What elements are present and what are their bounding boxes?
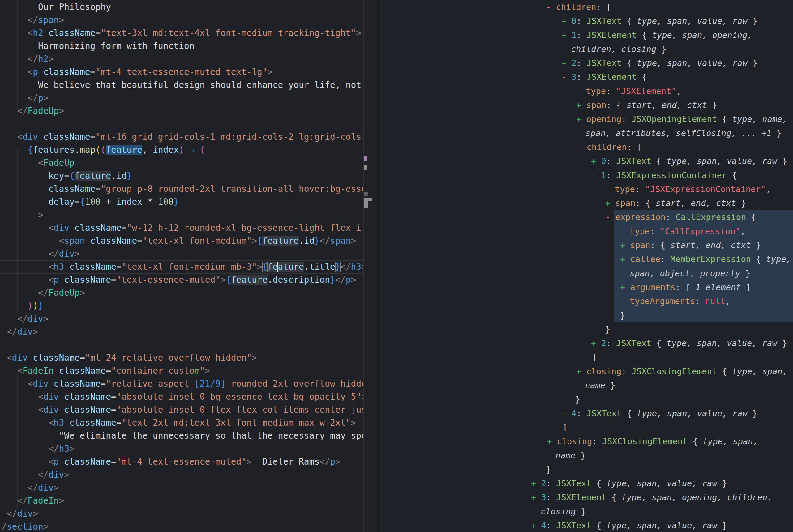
ast-line[interactable]: + arguments: [ 1 element ] bbox=[379, 280, 793, 294]
code-line[interactable]: <h3 className="text-2xl md:text-3xl font… bbox=[2, 416, 363, 429]
ast-line[interactable]: - expression: CallExpression { bbox=[379, 210, 793, 224]
code-line[interactable]: </FadeIn> bbox=[2, 494, 363, 507]
expand-icon[interactable]: + bbox=[561, 30, 572, 40]
expand-icon[interactable]: + bbox=[620, 282, 630, 292]
code-line[interactable]: /section> bbox=[2, 520, 363, 532]
code-line[interactable]: </p> bbox=[2, 92, 363, 104]
ast-line[interactable]: + span: { start, end, ctxt } bbox=[379, 98, 793, 112]
code-line[interactable]: <p className="mt-4 text-essence-muted">—… bbox=[2, 455, 363, 468]
code-line[interactable]: </div> bbox=[2, 468, 363, 481]
code-line[interactable]: </h2> bbox=[2, 53, 363, 65]
code-line[interactable]: <div className="relative aspect-[21/9] r… bbox=[2, 377, 363, 390]
ast-line[interactable]: + 1: JSXElement { type, span, opening, bbox=[379, 28, 793, 42]
code-line[interactable]: <h3 className="text-xl font-medium mb-3"… bbox=[2, 261, 363, 273]
expand-icon[interactable]: + bbox=[591, 156, 601, 166]
collapse-icon[interactable]: - bbox=[546, 2, 556, 12]
expand-icon[interactable]: + bbox=[576, 114, 586, 124]
ast-line[interactable]: name } bbox=[379, 378, 793, 392]
code-line[interactable]: </h3> bbox=[2, 442, 363, 455]
ast-line[interactable]: + 3: JSXElement { type, span, opening, c… bbox=[379, 490, 793, 504]
code-line[interactable]: <div className="absolute inset-0 bg-esse… bbox=[2, 390, 363, 403]
ast-line[interactable]: type: "JSXExpressionContainer", bbox=[379, 182, 793, 196]
ast-line[interactable]: } bbox=[379, 392, 793, 406]
code-line[interactable]: We believe that beautiful design should … bbox=[2, 79, 363, 92]
expand-icon[interactable]: + bbox=[576, 100, 586, 110]
collapse-icon[interactable]: - bbox=[591, 170, 601, 180]
code-line[interactable]: <span className="text-xl font-medium">{f… bbox=[2, 234, 363, 247]
code-line[interactable]: <div className="absolute inset-0 flex fl… bbox=[2, 403, 363, 416]
expand-icon[interactable]: + bbox=[547, 436, 557, 446]
expand-icon[interactable]: + bbox=[576, 366, 586, 376]
collapse-icon[interactable]: - bbox=[577, 142, 587, 152]
expand-icon[interactable]: + bbox=[605, 198, 616, 208]
code-line[interactable]: key={feature.id} bbox=[2, 170, 363, 183]
code-line[interactable]: </div> bbox=[2, 247, 363, 261]
ast-line[interactable]: name } bbox=[379, 449, 793, 462]
code-line[interactable]: </FadeUp> bbox=[2, 104, 363, 117]
expand-icon[interactable]: + bbox=[591, 338, 601, 348]
code-line[interactable]: "We eliminate the unnecessary so that th… bbox=[2, 429, 363, 442]
ast-line[interactable]: + closing: JSXClosingElement { type, spa… bbox=[379, 364, 793, 378]
code-line[interactable] bbox=[2, 117, 363, 131]
expand-icon[interactable]: + bbox=[531, 478, 541, 488]
code-line[interactable]: delay={100 + index * 100} bbox=[2, 195, 363, 208]
ast-line[interactable]: + closing: JSXClosingElement { type, spa… bbox=[379, 434, 793, 448]
code-line[interactable]: </div> bbox=[2, 325, 363, 338]
ast-line[interactable]: + 2: JSXText { type, span, value, raw } bbox=[379, 336, 793, 350]
ast-line[interactable]: span, attributes, selfClosing, ... +1 } bbox=[379, 126, 793, 140]
ast-line[interactable]: } bbox=[379, 322, 793, 336]
expand-icon[interactable]: + bbox=[561, 16, 572, 26]
code-line[interactable]: className="group p-8 rounded-2xl transit… bbox=[2, 183, 363, 195]
ast-line[interactable]: span, object, property } bbox=[379, 266, 793, 280]
code-line[interactable]: Our Philosophy bbox=[2, 1, 363, 14]
expand-icon[interactable]: + bbox=[561, 408, 572, 418]
code-line[interactable]: Harmonizing form with function bbox=[2, 40, 363, 53]
ast-line[interactable]: type: "CallExpression", bbox=[379, 224, 793, 238]
ast-line[interactable]: typeArguments: null, bbox=[379, 294, 793, 308]
code-line[interactable]: {features.map((feature, index) ⇒ ( bbox=[2, 144, 363, 156]
ast-line[interactable]: } bbox=[379, 462, 793, 476]
expand-icon[interactable]: + bbox=[531, 492, 541, 502]
ast-line[interactable]: + span: { start, end, ctxt } bbox=[379, 238, 793, 252]
ast-line[interactable]: } bbox=[379, 308, 793, 322]
ast-line[interactable]: - 1: JSXExpressionContainer { bbox=[379, 168, 793, 182]
code-line[interactable]: <p className="mt-4 text-essence-muted te… bbox=[2, 65, 363, 79]
ast-line[interactable]: ] bbox=[379, 420, 793, 434]
ast-line[interactable]: + 0: JSXText { type, span, value, raw } bbox=[379, 14, 793, 28]
code-line[interactable]: </FadeUp> bbox=[2, 286, 363, 299]
expand-icon[interactable]: + bbox=[620, 240, 630, 250]
ast-line[interactable]: - children: [ bbox=[379, 140, 793, 154]
ast-line[interactable]: + span: { start, end, ctxt } bbox=[379, 196, 793, 210]
ast-line[interactable]: children, closing } bbox=[379, 42, 793, 56]
code-line[interactable]: > bbox=[2, 208, 363, 222]
code-line[interactable]: <h2 className="text-3xl md:text-4xl font… bbox=[2, 26, 363, 40]
ast-line[interactable]: + 4: JSXText { type, span, value, raw } bbox=[379, 406, 793, 420]
code-line[interactable]: <FadeIn className="container-custom"> bbox=[2, 364, 363, 377]
ast-line[interactable]: + opening: JSXOpeningElement { type, nam… bbox=[379, 112, 793, 126]
collapse-icon[interactable]: - bbox=[561, 72, 572, 82]
code-line[interactable]: <div className="mt-24 relative overflow-… bbox=[2, 352, 363, 364]
ast-line[interactable]: + 4: JSXText { type, span, value, raw } bbox=[379, 518, 793, 532]
code-line[interactable]: </span> bbox=[2, 14, 363, 26]
code-line[interactable]: <FadeUp bbox=[2, 156, 363, 170]
code-line[interactable]: <p className="text-essence-muted">{featu… bbox=[2, 273, 363, 286]
code-line[interactable]: </div> bbox=[2, 507, 363, 520]
ast-line[interactable]: - children: [ bbox=[379, 0, 793, 14]
expand-icon[interactable]: + bbox=[561, 58, 572, 68]
code-line[interactable]: </div> bbox=[2, 312, 363, 325]
ast-line[interactable]: + 2: JSXText { type, span, value, raw } bbox=[379, 56, 793, 70]
collapse-icon[interactable]: - bbox=[605, 212, 616, 222]
ast-line[interactable]: closing } bbox=[379, 505, 793, 518]
ast-line[interactable]: - 3: JSXElement { bbox=[379, 70, 793, 84]
code-line[interactable]: </div> bbox=[2, 481, 363, 494]
code-line[interactable]: <div className="mt-16 grid grid-cols-1 m… bbox=[2, 131, 363, 144]
ast-line[interactable]: + 0: JSXText { type, span, value, raw } bbox=[379, 154, 793, 168]
ast-line[interactable]: ] bbox=[379, 350, 793, 364]
code-line[interactable] bbox=[2, 338, 363, 352]
code-line[interactable]: ))} bbox=[2, 299, 363, 312]
ast-line[interactable]: + callee: MemberExpression { type, bbox=[379, 252, 793, 266]
ast-line[interactable]: type: "JSXElement", bbox=[379, 84, 793, 98]
code-line[interactable]: <div className="w-12 h-12 rounded-xl bg-… bbox=[2, 222, 363, 234]
ast-line[interactable]: + 2: JSXText { type, span, value, raw } bbox=[379, 476, 793, 490]
expand-icon[interactable]: + bbox=[531, 520, 541, 530]
